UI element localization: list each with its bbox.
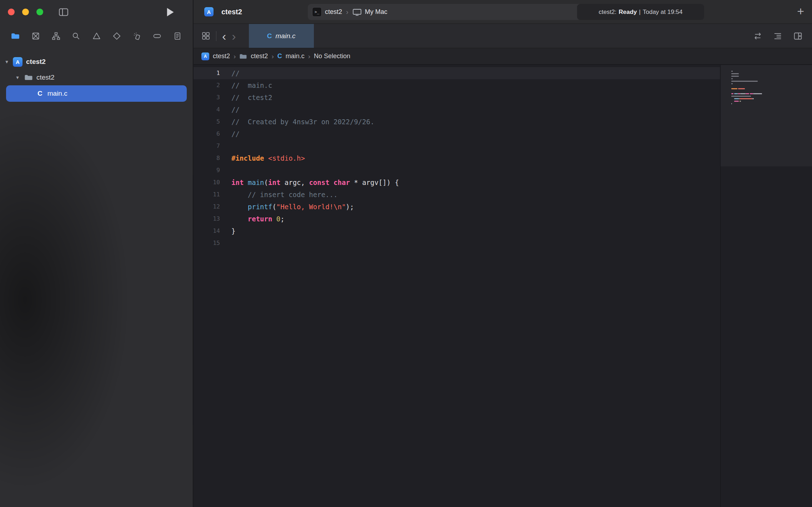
line-number: 9 <box>194 164 220 176</box>
chevron-right-icon: › <box>271 52 274 60</box>
window-title: ctest2 <box>221 8 242 16</box>
tab-main-c[interactable]: C main.c <box>249 24 314 48</box>
toggle-sidebar-icon[interactable] <box>58 7 69 17</box>
code-line[interactable]: 11 // insert code here... <box>194 189 720 201</box>
editor-grid-icon[interactable] <box>201 31 210 40</box>
code-line[interactable]: 10int main(int argc, const char * argv[]… <box>194 176 720 189</box>
tree-item-label: ctest2 <box>26 58 46 66</box>
scheme-terminal-icon: >_ <box>312 7 322 17</box>
navigator-sidebar: ▾ A ctest2 ▾ ctest2 C main.c <box>0 0 193 507</box>
add-editor-icon[interactable] <box>793 31 803 41</box>
code-line[interactable]: 6// <box>194 128 720 140</box>
run-destination-icon <box>352 8 362 16</box>
c-file-icon: C <box>267 32 272 40</box>
line-number: 13 <box>194 213 220 225</box>
line-number: 11 <box>194 189 220 201</box>
xcode-project-icon: A <box>201 52 209 60</box>
symbol-navigator-icon[interactable] <box>50 30 62 42</box>
code-line[interactable]: 1// <box>194 67 720 79</box>
tree-item-label: ctest2 <box>36 74 55 81</box>
disclosure-chevron-icon[interactable]: ▾ <box>4 59 10 65</box>
sidebar-toolbar <box>0 0 193 24</box>
minimap-lines <box>721 65 812 166</box>
code-line[interactable]: 3// ctest2 <box>194 91 720 104</box>
navigator-tab-bar <box>0 24 193 48</box>
tree-row-group[interactable]: ▾ ctest2 <box>0 70 193 85</box>
status-time-label: Today at 19:54 <box>643 9 683 16</box>
code-review-icon[interactable] <box>753 31 762 41</box>
code-line[interactable]: 8#include <stdio.h> <box>194 152 720 164</box>
scheme-selector[interactable]: >_ ctest2 › My Mac ctest2: Ready | Today… <box>308 4 704 20</box>
breadcrumb-group[interactable]: ctest2 <box>251 52 268 60</box>
code-line[interactable]: 2// main.c <box>194 79 720 91</box>
scheme-target-label[interactable]: ctest2 <box>325 8 342 16</box>
find-navigator-icon[interactable] <box>70 30 82 42</box>
go-back-button[interactable]: ‹ <box>222 30 226 42</box>
code-line[interactable]: 15 <box>194 237 720 249</box>
report-navigator-icon[interactable] <box>171 30 184 42</box>
line-number: 8 <box>194 152 220 164</box>
jump-bar: A ctest2 › ctest2 › C main.c › No Select… <box>194 48 812 65</box>
close-button[interactable] <box>8 9 15 15</box>
code-lines[interactable]: 1//2// main.c3// ctest24//5// Created by… <box>194 65 720 249</box>
run-button[interactable] <box>166 7 174 17</box>
minimize-button[interactable] <box>22 9 29 15</box>
code-line[interactable]: 14} <box>194 225 720 237</box>
code-line[interactable]: 4// <box>194 104 720 116</box>
run-destination-label[interactable]: My Mac <box>365 8 387 16</box>
tree-row-file-selected[interactable]: C main.c <box>6 85 187 102</box>
tab-label: main.c <box>276 32 296 40</box>
xcode-project-icon: A <box>204 7 214 16</box>
line-number: 10 <box>194 176 220 189</box>
source-control-navigator-icon[interactable] <box>30 30 42 42</box>
status-separator: | <box>639 9 641 16</box>
source-editor[interactable]: 1//2// main.c3// ctest24//5// Created by… <box>194 65 812 507</box>
zoom-button[interactable] <box>36 9 43 15</box>
xcode-window: ▾ A ctest2 ▾ ctest2 C main.c A ctest2 <box>0 0 812 507</box>
main-area: A ctest2 >_ ctest2 › My Mac ctest2: Read… <box>194 0 812 507</box>
code-line[interactable]: 7 <box>194 140 720 152</box>
status-project-label: ctest2: <box>598 9 616 16</box>
c-file-icon: C <box>37 90 42 97</box>
activity-status: ctest2: Ready | Today at 19:54 <box>577 4 704 20</box>
breakpoint-navigator-icon[interactable] <box>151 30 163 42</box>
editor-options-icon[interactable] <box>773 31 782 41</box>
breadcrumb-project[interactable]: ctest2 <box>213 52 230 60</box>
code-line[interactable]: 13 return 0; <box>194 213 720 225</box>
code-line[interactable]: 5// Created by 4nsw3r on 2022/9/26. <box>194 116 720 128</box>
line-number: 1 <box>194 67 220 79</box>
divider <box>216 31 216 41</box>
go-forward-button[interactable]: › <box>232 30 236 42</box>
project-tree: ▾ A ctest2 ▾ ctest2 C main.c <box>0 48 193 102</box>
line-number: 6 <box>194 128 220 140</box>
c-file-icon: C <box>277 52 282 60</box>
project-navigator-icon[interactable] <box>9 30 21 42</box>
line-number: 3 <box>194 91 220 104</box>
xcode-project-icon: A <box>13 57 22 67</box>
line-number: 4 <box>194 104 220 116</box>
minimap[interactable] <box>720 65 812 507</box>
line-number: 2 <box>194 79 220 91</box>
folder-icon <box>239 53 247 60</box>
line-number: 14 <box>194 225 220 237</box>
issue-navigator-icon[interactable] <box>90 30 102 42</box>
editor-tab-bar: ‹ › C main.c <box>194 24 812 48</box>
disclosure-chevron-icon[interactable]: ▾ <box>14 74 21 81</box>
debug-navigator-icon[interactable] <box>131 30 143 42</box>
traffic-lights <box>8 9 43 15</box>
chevron-right-icon: › <box>345 8 349 16</box>
line-number: 15 <box>194 237 220 249</box>
breadcrumb-file[interactable]: main.c <box>286 52 305 60</box>
library-add-button[interactable]: + <box>797 5 804 17</box>
tree-row-project[interactable]: ▾ A ctest2 <box>0 54 193 70</box>
code-line[interactable]: 9 <box>194 164 720 176</box>
toolbar: A ctest2 >_ ctest2 › My Mac ctest2: Read… <box>194 0 812 24</box>
line-number: 5 <box>194 116 220 128</box>
chevron-right-icon: › <box>234 52 236 60</box>
code-line[interactable]: 12 printf("Hello, World!\n"); <box>194 201 720 213</box>
test-navigator-icon[interactable] <box>111 30 123 42</box>
line-number: 12 <box>194 201 220 213</box>
breadcrumb-selection[interactable]: No Selection <box>314 52 350 60</box>
folder-icon <box>24 74 33 81</box>
status-state-label: Ready <box>619 9 637 16</box>
